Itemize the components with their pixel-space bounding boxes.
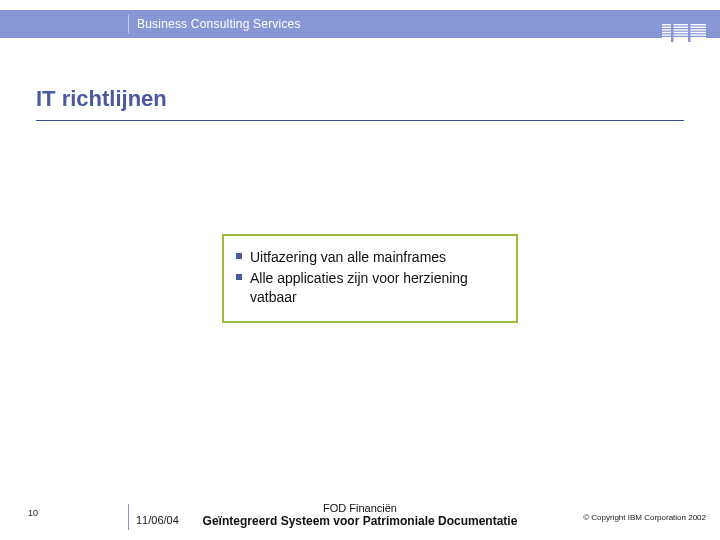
- header-divider: [128, 15, 129, 33]
- page-title: IT richtlijnen: [36, 86, 684, 112]
- title-block: IT richtlijnen: [36, 86, 684, 121]
- svg-rect-3: [662, 32, 706, 33]
- svg-rect-8: [688, 24, 691, 42]
- svg-rect-1: [662, 27, 706, 28]
- svg-rect-7: [671, 24, 674, 42]
- callout-list: Uitfazering van alle mainframes Alle app…: [236, 248, 504, 307]
- title-rule: [36, 120, 684, 121]
- ibm-logo-icon: [662, 24, 706, 46]
- callout-item: Alle applicaties zijn voor herziening va…: [236, 269, 504, 307]
- svg-rect-5: [662, 37, 706, 38]
- header-brand-unit: Business Consulting Services: [137, 17, 301, 31]
- svg-rect-6: [662, 40, 706, 41]
- footer-copyright: © Copyright IBM Corporation 2002: [583, 513, 706, 522]
- callout-box: Uitfazering van alle mainframes Alle app…: [222, 234, 518, 323]
- svg-rect-4: [662, 34, 706, 35]
- header-band: Business Consulting Services: [0, 10, 720, 38]
- header-inner: Business Consulting Services: [128, 10, 301, 38]
- svg-rect-2: [662, 29, 706, 30]
- svg-rect-0: [662, 24, 706, 25]
- slide: Business Consulting Services: [0, 0, 720, 540]
- callout-item: Uitfazering van alle mainframes: [236, 248, 504, 267]
